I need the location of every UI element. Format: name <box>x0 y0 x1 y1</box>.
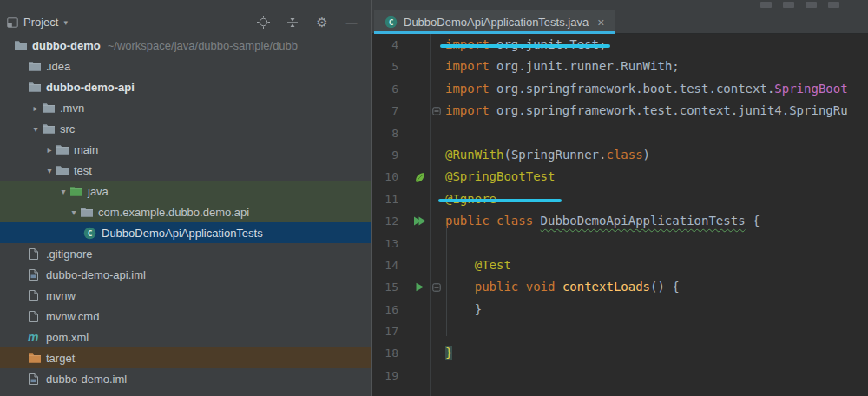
gutter-spacer <box>409 100 430 122</box>
tree-item-label: .mvn <box>60 102 84 115</box>
spring-bean-icon[interactable] <box>409 166 430 188</box>
indent-guide <box>446 226 447 336</box>
tree-item-label: mvnw <box>46 289 76 302</box>
code-line-7[interactable]: 7import org.springframework.test.context… <box>372 100 868 122</box>
settings-icon[interactable]: ⚙ <box>315 16 329 30</box>
tool-window-icon <box>7 16 18 30</box>
locate-icon[interactable] <box>256 16 270 30</box>
gutter-spacer <box>409 320 430 342</box>
editor-area[interactable]: C DubboDemoApiApplicationTests.java × 4i… <box>372 0 868 396</box>
code-text: @Test <box>444 254 868 276</box>
chevron-expanded-icon[interactable]: ▾ <box>57 187 69 196</box>
toolbar-icon[interactable] <box>828 2 839 8</box>
tree-item-label: dubbo-demo <box>32 39 101 52</box>
project-tree: dubbo-demo~/workspace/java/dubbo-sample/… <box>0 35 371 389</box>
fold-spacer <box>430 166 444 188</box>
fold-spacer <box>430 56 444 77</box>
tree-item-target[interactable]: target <box>0 347 371 368</box>
fold-spacer <box>430 78 444 100</box>
close-icon[interactable]: × <box>597 16 604 30</box>
editor-tab-active[interactable]: C DubboDemoApiApplicationTests.java × <box>374 10 615 34</box>
gutter-separator <box>430 34 431 396</box>
tree-item-mvnw[interactable]: mvnw <box>0 285 371 306</box>
fold-spacer <box>430 299 444 320</box>
hide-icon[interactable]: — <box>345 16 358 30</box>
chevron-down-icon[interactable]: ▾ <box>63 18 68 27</box>
code-text: } <box>444 299 868 320</box>
tree-item-path: ~/workspace/java/dubbo-sample/dubb <box>108 39 298 52</box>
line-number: 16 <box>372 299 409 320</box>
tree-item-dubbodemoapiapplicationtests[interactable]: CDubboDemoApiApplicationTests <box>0 222 371 243</box>
chevron-collapsed-icon[interactable]: ▸ <box>30 103 42 113</box>
gutter-spacer <box>409 78 430 100</box>
chevron-expanded-icon[interactable]: ▾ <box>43 166 56 175</box>
collapse-all-icon[interactable] <box>286 16 299 30</box>
run-all-tests-icon[interactable] <box>409 210 430 232</box>
code-line-10[interactable]: 10@SpringBootTest <box>372 166 868 188</box>
tree-item-mvnw-cmd[interactable]: mvnw.cmd <box>0 306 371 327</box>
toolbar-icon[interactable] <box>783 2 794 8</box>
toolbar-icon[interactable] <box>760 2 772 8</box>
tree-item--gitignore[interactable]: .gitignore <box>0 243 371 264</box>
file-icon <box>28 247 43 261</box>
line-number: 11 <box>372 188 409 210</box>
chevron-expanded-icon[interactable]: ▾ <box>30 124 42 134</box>
gutter-spacer <box>409 254 430 276</box>
gutter-spacer <box>409 122 430 144</box>
code-line-18[interactable]: 18} <box>372 342 868 364</box>
fold-marker-icon[interactable] <box>430 276 444 298</box>
code-line-6[interactable]: 6import org.springframework.boot.test.co… <box>372 78 868 100</box>
svg-text:C: C <box>389 17 394 27</box>
code-text <box>444 233 868 254</box>
toolbar-icon[interactable] <box>806 2 817 8</box>
gutter-spacer <box>409 188 430 210</box>
code-line-8[interactable]: 8 <box>372 122 868 144</box>
code-text <box>444 122 868 144</box>
gutter-spacer <box>409 144 430 166</box>
tree-item-dubbo-demo-iml[interactable]: dubbo-demo.iml <box>0 368 371 389</box>
tree-item-java[interactable]: ▾java <box>0 181 371 201</box>
code-text: import org.junit.runner.RunWith; <box>444 56 868 77</box>
tree-item--mvn[interactable]: ▸.mvn <box>0 97 371 118</box>
tree-item-label: .gitignore <box>46 248 92 261</box>
tree-item-dubbo-demo[interactable]: dubbo-demo~/workspace/java/dubbo-sample/… <box>0 35 371 56</box>
panel-header-actions: ⚙— <box>256 16 358 30</box>
line-number: 6 <box>372 78 409 100</box>
tree-item--idea[interactable]: .idea <box>0 56 371 76</box>
run-test-icon[interactable] <box>409 276 430 298</box>
panel-title[interactable]: Project <box>23 16 58 29</box>
code-text: import org.springframework.test.context.… <box>444 100 868 122</box>
fold-spacer <box>430 144 444 166</box>
code-text: public void contextLoads() { <box>444 276 868 298</box>
tree-item-test[interactable]: ▾test <box>0 160 371 181</box>
fold-marker-icon[interactable] <box>430 100 444 122</box>
line-number: 7 <box>372 100 409 122</box>
gutter-spacer <box>409 299 430 320</box>
folder-icon <box>56 142 71 156</box>
code-line-19[interactable]: 19 <box>372 365 868 386</box>
tree-item-main[interactable]: ▸main <box>0 139 371 160</box>
project-tool-window: Project ▾ ⚙— dubbo-demo~/workspace/java/… <box>0 0 372 396</box>
line-number: 4 <box>372 34 409 56</box>
tree-item-label: test <box>74 164 92 177</box>
tree-item-dubbo-demo-api[interactable]: dubbo-demo-api <box>0 76 371 97</box>
chevron-expanded-icon[interactable]: ▾ <box>68 208 80 217</box>
code-editor[interactable]: 4import org.junit.Test;5import org.junit… <box>372 34 868 396</box>
tree-item-src[interactable]: ▾src <box>0 118 371 139</box>
tree-item-dubbo-demo-api-iml[interactable]: dubbo-demo-api.iml <box>0 264 371 285</box>
tree-item-label: DubboDemoApiApplicationTests <box>102 227 263 240</box>
tree-item-pom-xml[interactable]: mpom.xml <box>0 327 371 347</box>
tree-item-label: com.example.dubbo.demo.api <box>98 206 249 219</box>
code-line-5[interactable]: 5import org.junit.runner.RunWith; <box>372 56 868 77</box>
folder-icon <box>28 59 43 73</box>
tree-item-label: dubbo-demo-api.iml <box>46 268 146 281</box>
chevron-collapsed-icon[interactable]: ▸ <box>43 145 56 155</box>
tree-item-label: main <box>74 143 98 156</box>
tree-item-com-example-dubbo-demo-api[interactable]: ▾com.example.dubbo.demo.api <box>0 201 371 222</box>
file-iml-icon <box>28 372 43 386</box>
tree-item-label: src <box>60 122 75 135</box>
fold-spacer <box>430 254 444 276</box>
code-line-9[interactable]: 9@RunWith(SpringRunner.class) <box>372 144 868 166</box>
maven-icon: m <box>28 330 43 344</box>
tree-item-label: java <box>88 185 108 198</box>
